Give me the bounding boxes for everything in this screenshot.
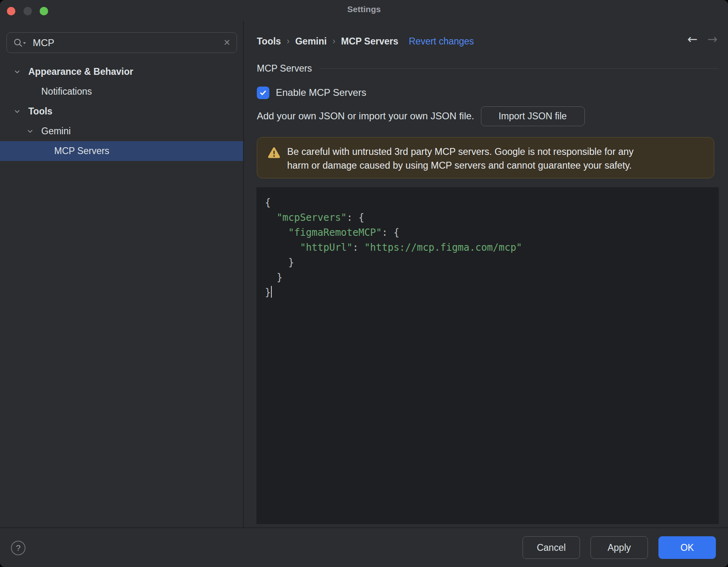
- import-hint-text: Add your own JSON or import your own JSO…: [257, 110, 474, 122]
- breadcrumb-gemini[interactable]: Gemini: [295, 36, 327, 47]
- text-cursor: [271, 286, 272, 298]
- help-icon[interactable]: ?: [11, 541, 25, 555]
- breadcrumb: Tools › Gemini › MCP Servers Revert chan…: [257, 32, 474, 50]
- section-title: MCP Servers: [257, 63, 312, 74]
- section-divider: [319, 68, 719, 69]
- sidebar-item-mcp-servers[interactable]: MCP Servers: [0, 141, 243, 161]
- section-header: MCP Servers: [257, 62, 719, 74]
- sidebar-item-label: Appearance & Behavior: [28, 66, 133, 77]
- breadcrumb-separator: ›: [332, 36, 335, 47]
- warning-triangle-icon: [268, 147, 280, 171]
- import-json-row: Add your own JSON or import your own JSO…: [257, 106, 585, 126]
- revert-changes-link[interactable]: Revert changes: [409, 36, 474, 47]
- breadcrumb-separator: ›: [287, 36, 290, 47]
- warning-banner: Be careful with untrusted 3rd party MCP …: [257, 137, 714, 178]
- sidebar-item-label: Tools: [28, 106, 53, 117]
- breadcrumb-tools[interactable]: Tools: [257, 36, 281, 47]
- apply-button[interactable]: Apply: [590, 536, 648, 559]
- clear-search-icon[interactable]: ×: [224, 37, 230, 48]
- warning-text: Be careful with untrusted 3rd party MCP …: [287, 145, 633, 171]
- sidebar-item-tools[interactable]: Tools: [0, 102, 243, 121]
- mcp-json-editor[interactable]: { "mcpServers": { "figmaRemoteMCP": { "h…: [256, 187, 719, 524]
- sidebar-item-gemini[interactable]: Gemini: [0, 121, 243, 141]
- enable-mcp-servers-row: Enable MCP Servers: [257, 85, 366, 100]
- check-icon: [259, 89, 267, 97]
- import-json-file-button[interactable]: Import JSON file: [481, 106, 585, 126]
- breadcrumb-mcp-servers: MCP Servers: [341, 36, 398, 47]
- sidebar-item-notifications[interactable]: Notifications: [0, 82, 243, 102]
- chevron-down-icon[interactable]: [27, 128, 41, 135]
- cancel-button[interactable]: Cancel: [523, 536, 580, 559]
- settings-search-input[interactable]: MCP ×: [6, 32, 237, 53]
- chevron-down-icon[interactable]: [14, 68, 28, 75]
- search-icon[interactable]: [13, 38, 27, 48]
- enable-mcp-servers-checkbox[interactable]: [257, 87, 269, 99]
- dialog-footer: ? Cancel Apply OK: [0, 527, 728, 567]
- sidebar-item-label: Gemini: [41, 126, 71, 137]
- mcp-servers-page: Tools › Gemini › MCP Servers Revert chan…: [244, 21, 728, 527]
- title-bar: Settings: [0, 0, 728, 21]
- history-nav: ← →: [688, 33, 717, 45]
- footer-buttons: Cancel Apply OK: [523, 536, 716, 559]
- search-query-text: MCP: [33, 37, 224, 49]
- json-editor-code: { "mcpServers": { "figmaRemoteMCP": { "h…: [265, 195, 719, 300]
- settings-dialog: Settings MCP × Appearance & Behavior: [0, 0, 728, 567]
- sidebar-item-label: MCP Servers: [54, 146, 109, 157]
- forward-arrow-icon[interactable]: →: [707, 33, 717, 45]
- settings-sidebar: MCP × Appearance & Behavior Notification…: [0, 21, 243, 527]
- back-arrow-icon[interactable]: ←: [688, 33, 698, 45]
- window-title: Settings: [0, 4, 728, 14]
- settings-tree: Appearance & Behavior Notifications Tool…: [0, 62, 243, 161]
- chevron-down-icon[interactable]: [14, 108, 28, 115]
- enable-mcp-servers-label: Enable MCP Servers: [276, 87, 366, 98]
- ok-button[interactable]: OK: [658, 536, 716, 559]
- sidebar-item-label: Notifications: [41, 86, 92, 97]
- sidebar-item-appearance-behavior[interactable]: Appearance & Behavior: [0, 62, 243, 82]
